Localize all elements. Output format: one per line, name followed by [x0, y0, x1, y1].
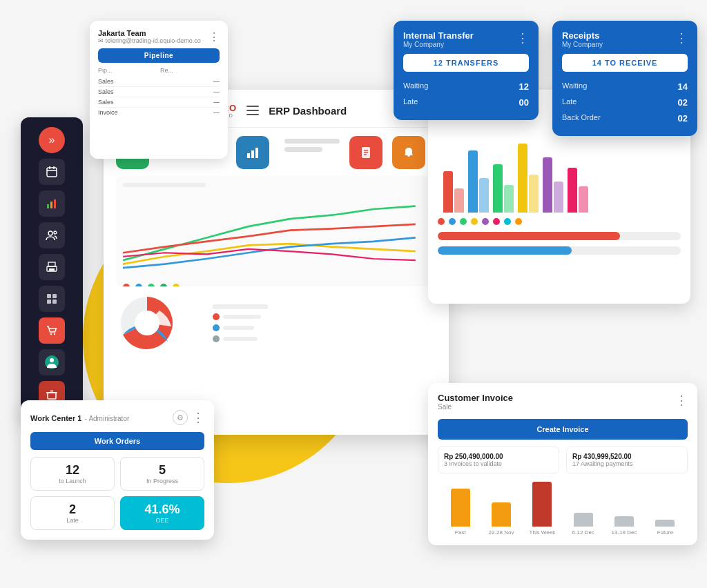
bell-icon [392, 136, 425, 169]
svg-rect-11 [49, 268, 55, 271]
receipts-stat-late: Late 02 [562, 95, 688, 110]
horizontal-bar-chart [438, 232, 681, 255]
bar-purple-2 [554, 182, 563, 213]
receipts-stat-backorder: Back Order 02 [562, 110, 688, 126]
wc-stat-inprogress: 5 In Progress [120, 457, 204, 491]
workcenter-subtitle: - Administrator [85, 415, 129, 422]
svg-rect-6 [54, 199, 56, 208]
bar-yellow-2 [529, 175, 539, 213]
inv-bar-future: Future [648, 520, 682, 536]
inv-bar-1319: 13-19 Dec [607, 516, 641, 536]
internal-transfer-card: Internal Transfer My Company ⋮ 12 TRANSF… [394, 21, 539, 120]
receipts-stat-waiting: Waiting 14 [562, 79, 688, 95]
transfer-company: My Company [403, 41, 474, 48]
legend-purple [482, 218, 489, 225]
svg-rect-20 [48, 393, 56, 399]
svg-point-17 [54, 333, 55, 335]
forward-icon[interactable]: » [39, 127, 65, 153]
legend-pink [493, 218, 500, 225]
svg-rect-5 [50, 202, 52, 208]
legend-blue [135, 284, 142, 286]
users-icon[interactable] [39, 222, 65, 248]
inv-bar-612: 6-12 Dec [566, 513, 600, 536]
inv-bar-past: Past [443, 489, 477, 536]
svg-rect-22 [251, 150, 254, 158]
transfer-stat-late: Late 00 [403, 95, 529, 110]
bar-blue-2 [479, 178, 489, 213]
customer-invoice-card: Customer Invoice Sale ⋮ Create Invoice R… [428, 383, 697, 545]
workcenter-card: Work Center 1 - Administrator ⚙ ⋮ Work O… [21, 400, 214, 540]
bar-chart-legend [438, 218, 681, 225]
legend-red [123, 284, 130, 286]
list-item: Sales— [98, 77, 220, 87]
hbar-red [438, 232, 620, 240]
invoice-subtitle: Sale [438, 403, 513, 411]
workcenter-menu-icon[interactable]: ⋮ [192, 410, 204, 425]
bar-red-1 [443, 171, 453, 213]
list-item: Sales— [98, 87, 220, 97]
create-invoice-button[interactable]: Create Invoice [438, 419, 688, 440]
text-placeholder [284, 147, 322, 152]
transfer-menu-icon[interactable]: ⋮ [516, 30, 529, 46]
receipts-company: My Company [562, 41, 603, 48]
chart-icon [236, 136, 269, 169]
bar-yellow-1 [518, 144, 527, 213]
text-placeholder [223, 337, 258, 341]
pie-legend-gray [213, 335, 220, 342]
wc-stat-launch: 12 to Launch [30, 457, 115, 491]
pipeline-title: Jakarta Team [98, 29, 201, 37]
chart-bar-icon[interactable] [39, 190, 65, 217]
legend-red [438, 218, 445, 225]
svg-point-7 [48, 231, 52, 235]
svg-point-19 [50, 358, 54, 362]
legend-orange [515, 218, 522, 225]
pie-legend-red [213, 313, 220, 320]
invoice-amount-1: Rp 250,490,000.00 3 Invoices to validate [438, 447, 559, 473]
receipts-card: Receipts My Company ⋮ 14 TO RECEIVE Wait… [552, 21, 697, 136]
svg-rect-14 [47, 300, 51, 304]
svg-rect-15 [52, 300, 57, 304]
sidebar-nav: » [21, 117, 83, 421]
invoice-menu-icon[interactable]: ⋮ [675, 393, 688, 416]
calendar-icon[interactable] [39, 159, 65, 185]
legend-green [148, 284, 155, 286]
cart-icon[interactable] [39, 317, 65, 344]
wc-stat-late: 2 Late [30, 496, 115, 530]
printer-icon[interactable] [39, 254, 65, 280]
text-placeholder [223, 315, 261, 319]
svg-point-8 [54, 231, 57, 234]
work-orders-button[interactable]: Work Orders [30, 432, 204, 450]
pipeline-col-pip: Pip... [98, 67, 157, 74]
pipeline-col-re: Re... [160, 67, 220, 74]
bar-purple-1 [543, 157, 552, 213]
transfer-title: Internal Transfer [403, 30, 474, 41]
transfer-button[interactable]: 12 TRANSFERS [403, 54, 529, 72]
pipeline-menu-icon[interactable]: ⋮ [209, 30, 220, 43]
receipts-button[interactable]: 14 TO RECEIVE [562, 54, 688, 72]
legend-cyan [504, 218, 511, 225]
grid-icon[interactable] [39, 286, 65, 312]
pipeline-subtitle: ✉ telering@trading-id.equio-demo.co [98, 37, 201, 44]
text-placeholder [284, 139, 340, 144]
pipeline-button[interactable]: Pipeline [98, 48, 220, 63]
svg-rect-4 [47, 204, 49, 208]
legend-darkgreen [160, 284, 167, 286]
hbar-blue [438, 246, 572, 255]
legend-yellow [471, 218, 478, 225]
receipts-menu-icon[interactable]: ⋮ [675, 30, 688, 46]
svg-rect-13 [52, 294, 57, 298]
pie-chart [116, 292, 199, 354]
invoice-amounts: Rp 250,490,000.00 3 Invoices to validate… [438, 447, 688, 473]
bar-green-1 [493, 164, 503, 213]
line-chart [116, 176, 436, 286]
svg-point-16 [50, 333, 52, 335]
invoice-bar-chart: Past 22-28 Nov This Week 6-12 Dec 13-19 … [438, 480, 688, 536]
invoice-title: Customer Invoice [438, 393, 513, 403]
hamburger-menu-icon[interactable] [246, 106, 259, 115]
bar-red-2 [454, 188, 464, 213]
svg-rect-9 [48, 262, 55, 266]
inv-bar-nov: 22-28 Nov [484, 502, 518, 536]
user-circle-icon[interactable] [39, 349, 65, 375]
wc-stat-oee: 41.6% OEE [120, 496, 204, 530]
settings-icon[interactable]: ⚙ [173, 410, 188, 425]
